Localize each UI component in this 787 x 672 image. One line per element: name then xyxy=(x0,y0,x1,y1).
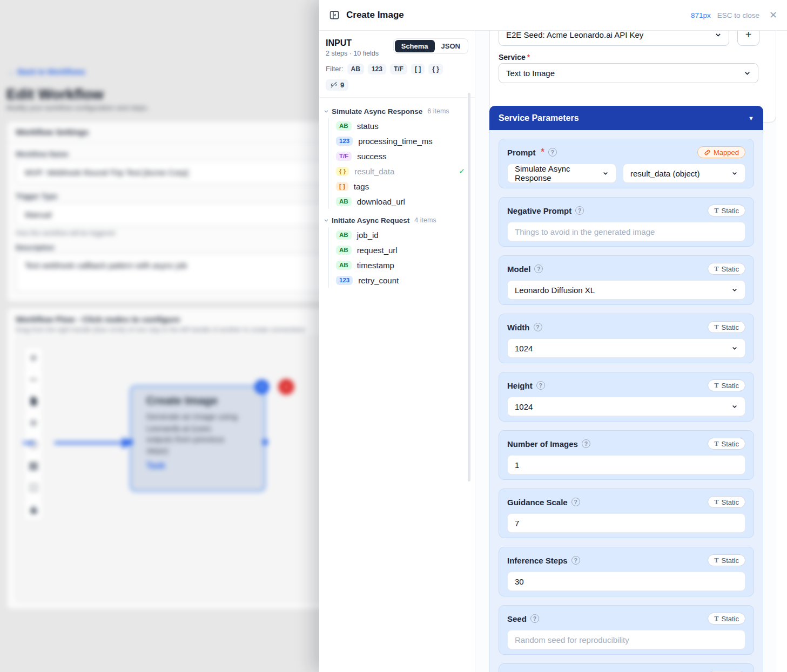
schema-field[interactable]: AB status xyxy=(329,118,469,133)
guidance-scale-input[interactable] xyxy=(507,513,745,533)
chevron-down-icon xyxy=(324,108,329,114)
filter-object[interactable]: { } xyxy=(428,64,443,74)
fit-view-button[interactable] xyxy=(24,434,43,456)
node-left-handle[interactable] xyxy=(127,439,133,445)
modal-header: Create Image 871px ESC to close ✕ xyxy=(319,0,787,31)
type-array-badge: [ ] xyxy=(336,182,348,191)
node-right-handle[interactable] xyxy=(262,439,268,445)
page-title: Edit Workflow xyxy=(6,86,104,103)
zoom-out-button[interactable] xyxy=(24,369,43,390)
param-card-seed: Seed ? TStatic xyxy=(499,605,754,655)
help-icon[interactable]: ? xyxy=(582,439,590,448)
grid-button[interactable] xyxy=(24,456,43,477)
static-badge[interactable]: TStatic xyxy=(708,496,745,508)
edge-stub xyxy=(23,442,35,444)
node-add-button[interactable]: + xyxy=(254,379,269,394)
help-icon[interactable]: ? xyxy=(571,498,580,506)
group-header[interactable]: Initiate Async Request 4 items xyxy=(324,213,469,227)
required-asterisk: * xyxy=(527,53,530,62)
filter-array[interactable]: [ ] xyxy=(411,64,425,74)
static-badge[interactable]: TStatic xyxy=(708,321,745,333)
type-string-badge: AB xyxy=(336,261,352,270)
service-select[interactable]: Text to Image xyxy=(499,63,758,83)
filter-string[interactable]: AB xyxy=(347,64,364,74)
schema-field[interactable]: 123 processing_time_ms xyxy=(329,133,469,148)
static-badge[interactable]: TStatic xyxy=(708,205,745,216)
schema-field[interactable]: AB timestamp xyxy=(329,257,469,273)
help-icon[interactable]: ? xyxy=(530,614,539,623)
input-title: INPUT xyxy=(326,38,379,48)
create-image-node[interactable]: Create Image Generate an image using Leo… xyxy=(130,385,266,492)
prompt-source-field-select[interactable]: result_data (object) xyxy=(623,164,745,183)
help-icon[interactable]: ? xyxy=(575,206,584,215)
chevron-down-icon xyxy=(727,345,738,351)
node-delete-button[interactable]: ✕ xyxy=(278,379,294,395)
page-subtitle: Modify your workflow configuration and s… xyxy=(6,104,149,112)
model-select[interactable]: Leonardo Diffusion XL xyxy=(507,280,745,300)
static-badge[interactable]: TStatic xyxy=(708,554,745,566)
edge-line xyxy=(54,442,123,444)
schema-field[interactable]: T/F success xyxy=(329,148,469,164)
link-icon xyxy=(704,149,711,156)
input-meta: 2 steps · 10 fields xyxy=(326,50,379,57)
chevron-down-icon xyxy=(598,170,609,177)
help-icon[interactable]: ? xyxy=(536,381,545,390)
prompt-source-step-select[interactable]: Simulate Async Response xyxy=(507,164,616,183)
service-parameters-header[interactable]: Service Parameters ▼ xyxy=(489,106,763,130)
help-icon[interactable]: ? xyxy=(534,323,542,331)
scrollbar-gutter[interactable] xyxy=(776,31,787,672)
back-to-workflows-link[interactable]: ← Back to Workflows xyxy=(8,67,85,76)
schema-field[interactable]: AB request_url xyxy=(329,242,469,257)
schema-group: Simulate Async Response 6 items AB statu… xyxy=(324,104,469,209)
static-badge[interactable]: TStatic xyxy=(708,438,745,450)
collapse-caret-icon: ▼ xyxy=(748,115,754,121)
help-icon[interactable]: ? xyxy=(534,264,543,273)
help-icon[interactable]: ? xyxy=(571,556,580,565)
file-button[interactable] xyxy=(24,390,43,412)
lock-button[interactable] xyxy=(24,499,43,520)
filter-number[interactable]: 123 xyxy=(368,64,386,74)
zoom-in-button[interactable] xyxy=(24,347,43,369)
type-text-icon: T xyxy=(714,265,718,273)
seed-input[interactable] xyxy=(507,630,745,649)
static-badge[interactable]: TStatic xyxy=(708,613,745,625)
static-badge[interactable]: TStatic xyxy=(708,263,745,275)
schema-field[interactable]: [ ] tags xyxy=(329,179,469,194)
close-icon[interactable]: ✕ xyxy=(769,9,777,21)
add-credential-button[interactable]: + xyxy=(737,31,759,46)
width-select[interactable]: 1024 xyxy=(507,338,745,358)
number-of-images-input[interactable] xyxy=(507,455,745,474)
filter-boolean[interactable]: T/F xyxy=(390,64,407,74)
chevron-down-icon xyxy=(727,170,738,177)
negative-prompt-input[interactable] xyxy=(507,222,745,241)
param-card-height: Height ? TStatic 1024 xyxy=(499,372,754,422)
schema-field[interactable]: 123 retry_count xyxy=(329,273,469,288)
node-title: Create Image xyxy=(146,394,259,407)
panel-width-label: 871px xyxy=(691,11,711,19)
help-icon[interactable]: ? xyxy=(548,148,557,157)
static-badge[interactable]: TStatic xyxy=(708,379,745,391)
panel-collapse-icon[interactable] xyxy=(329,10,340,21)
type-number-badge: 123 xyxy=(336,276,353,285)
chevron-down-icon xyxy=(739,70,751,77)
group-header[interactable]: Simulate Async Response 6 items xyxy=(324,104,469,118)
mapped-badge[interactable]: Mapped xyxy=(697,146,745,158)
tab-json[interactable]: JSON xyxy=(435,40,467,52)
filter-unmapped[interactable]: 9 xyxy=(326,79,348,91)
credential-select[interactable]: E2E Seed: Acme Leonardo.ai API Key xyxy=(499,31,729,46)
type-string-badge: AB xyxy=(336,230,352,240)
param-card-inference-steps: Inference Steps ? TStatic xyxy=(499,547,754,596)
schema-group: Initiate Async Request 4 items AB job_id… xyxy=(324,213,469,288)
filter-label: Filter: xyxy=(326,65,344,73)
gear-button[interactable] xyxy=(24,412,43,433)
height-select[interactable]: 1024 xyxy=(507,397,745,416)
tab-schema[interactable]: Schema xyxy=(395,40,435,52)
schema-field[interactable]: AB download_url xyxy=(329,194,469,209)
scrollbar[interactable] xyxy=(468,93,470,481)
type-string-badge: AB xyxy=(336,246,352,255)
schema-field-mapped[interactable]: { } result_data ✓ xyxy=(329,164,469,179)
schema-field[interactable]: AB job_id xyxy=(329,227,469,242)
inference-steps-input[interactable] xyxy=(507,572,745,591)
type-number-badge: 123 xyxy=(336,137,353,146)
expand-button[interactable] xyxy=(24,477,43,499)
